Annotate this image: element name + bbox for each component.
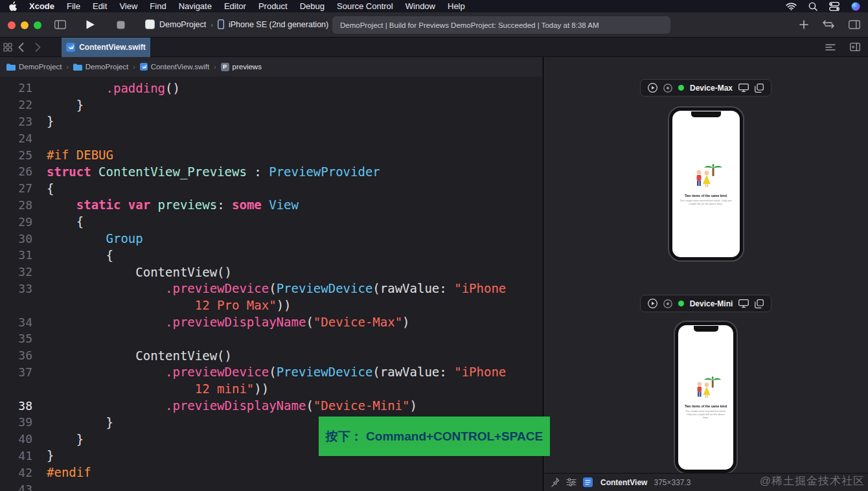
menu-navigate[interactable]: Navigate [179,1,212,11]
line-number[interactable]: 39 [0,415,32,429]
line-number[interactable]: 30 [0,232,32,246]
search-icon[interactable] [808,2,817,11]
code-line[interactable]: 21 .padding() [0,80,542,97]
code-line[interactable]: 30 Group [0,230,542,247]
line-number[interactable]: 40 [0,432,32,446]
menu-edit[interactable]: Edit [93,1,107,11]
menu-view[interactable]: View [119,1,137,11]
line-number[interactable]: 35 [0,332,32,345]
minimize-window-button[interactable] [21,21,29,29]
menu-help[interactable]: Help [448,1,465,11]
code-line[interactable]: 25#if DEBUG [0,146,542,163]
line-number[interactable]: 36 [0,348,32,362]
control-center-icon[interactable] [829,2,839,11]
iphone-preview-device-mini[interactable]: Two items of the same kind The couple we… [674,321,738,474]
toggle-navigator-icon[interactable] [54,20,66,29]
code-line[interactable]: 31 { [0,247,542,264]
line-number[interactable]: 33 [0,282,32,295]
code-line[interactable]: 43 [0,481,542,491]
code-line[interactable]: 27{ [0,180,542,197]
code-line[interactable]: 38 .previewDisplayName("Device-Mini") [0,397,542,414]
line-number[interactable]: 25 [0,148,32,162]
close-window-button[interactable] [8,21,16,29]
code-line[interactable]: 37 .previewDevice(PreviewDevice(rawValue… [0,364,542,381]
line-number[interactable]: 42 [0,466,32,479]
code-line[interactable]: 23} [0,113,542,130]
breadcrumb-label: DemoProject [19,63,62,71]
version-editor-icon[interactable] [823,20,834,29]
line-number[interactable]: 23 [0,115,32,128]
wifi-icon[interactable] [786,3,797,10]
duplicate-preview-button[interactable] [755,84,764,93]
menu-file[interactable]: File [67,1,80,11]
pin-preview-icon[interactable] [551,477,560,487]
canvas-settings-icon[interactable] [566,478,577,486]
siri-icon[interactable] [851,2,860,11]
tab-contentview-swift[interactable]: ContentView.swift [62,38,150,57]
code-line[interactable]: 29 { [0,213,542,230]
code-line[interactable]: 34 .previewDisplayName("Device-Max") [0,314,542,330]
toggle-inspector-icon[interactable] [849,20,860,29]
line-number[interactable]: 22 [0,98,32,111]
menu-xcode[interactable]: Xcode [29,1,54,11]
preview-group-device-max: Device-Max Two items of the same kind Th… [543,79,868,262]
line-number[interactable]: 24 [0,131,32,145]
code-line[interactable]: 12 mini")) [0,380,542,397]
menu-find[interactable]: Find [150,1,166,11]
stop-button[interactable] [117,21,125,29]
iphone-preview-device-max[interactable]: Two items of the same kind The couple we… [668,106,744,262]
line-number[interactable]: 38 [0,399,32,413]
line-number[interactable]: 43 [0,483,32,491]
preview-caption-title: Two items of the same kind [685,404,727,408]
add-item-icon[interactable] [799,20,808,29]
line-number[interactable]: 29 [0,215,32,229]
line-number[interactable]: 28 [0,198,32,212]
breadcrumb-symbol[interactable]: P previews [221,63,262,71]
live-preview-button[interactable] [648,299,657,308]
line-number[interactable]: 41 [0,449,32,462]
code-line[interactable]: 36 ContentView() [0,347,542,364]
preview-on-device-button[interactable] [738,84,749,92]
line-number[interactable]: 32 [0,265,32,279]
code-line[interactable]: 33 .previewDevice(PreviewDevice(rawValue… [0,280,542,297]
breadcrumb-group[interactable]: DemoProject [73,63,128,71]
code-line[interactable]: 28 static var previews: some View [0,197,542,214]
menu-source-control[interactable]: Source Control [337,1,393,11]
code-line[interactable]: 22 } [0,97,542,113]
scheme-selector[interactable]: DemoProject › iPhone SE (2nd generation) [145,19,328,29]
preview-on-device-button[interactable] [738,299,749,308]
code-line[interactable]: 35 [0,330,542,347]
line-number[interactable]: 26 [0,165,32,178]
menu-window[interactable]: Window [405,1,435,11]
code-line[interactable]: 32 ContentView() [0,264,542,280]
line-number[interactable]: 27 [0,181,32,195]
inspect-preview-button[interactable] [663,84,672,93]
duplicate-preview-button[interactable] [755,299,764,308]
editor-options-icon[interactable] [825,43,836,51]
back-chevron-icon[interactable] [18,43,24,52]
line-number[interactable]: 34 [0,315,32,329]
line-number[interactable]: 37 [0,365,32,379]
activity-status[interactable]: DemoProject | Build for Previews DemoPro… [332,16,670,34]
breadcrumb-label: DemoProject [86,63,128,71]
inspect-preview-button[interactable] [663,299,672,308]
breadcrumb-file[interactable]: ContentView.swift [140,63,210,71]
forward-chevron-icon[interactable] [35,43,41,52]
code-line[interactable]: 26struct ContentView_Previews : PreviewP… [0,163,542,180]
line-number[interactable]: 31 [0,248,32,262]
breadcrumb-project[interactable]: DemoProject [6,63,62,71]
menu-editor[interactable]: Editor [224,1,246,11]
add-editor-icon[interactable] [850,43,860,51]
code-line[interactable]: 42#endif [0,464,542,481]
run-button[interactable] [86,19,95,30]
apple-menu-icon[interactable] [9,1,17,11]
live-preview-button[interactable] [648,83,657,93]
menu-product[interactable]: Product [258,1,288,11]
line-number[interactable]: 21 [0,81,32,95]
menu-debug[interactable]: Debug [300,1,325,11]
preview-file-name[interactable]: ContentView [600,478,647,487]
tab-overview-icon[interactable] [3,43,12,52]
code-line[interactable]: 24 [0,130,542,146]
zoom-window-button[interactable] [34,21,41,29]
code-line[interactable]: 12 Pro Max")) [0,297,542,314]
